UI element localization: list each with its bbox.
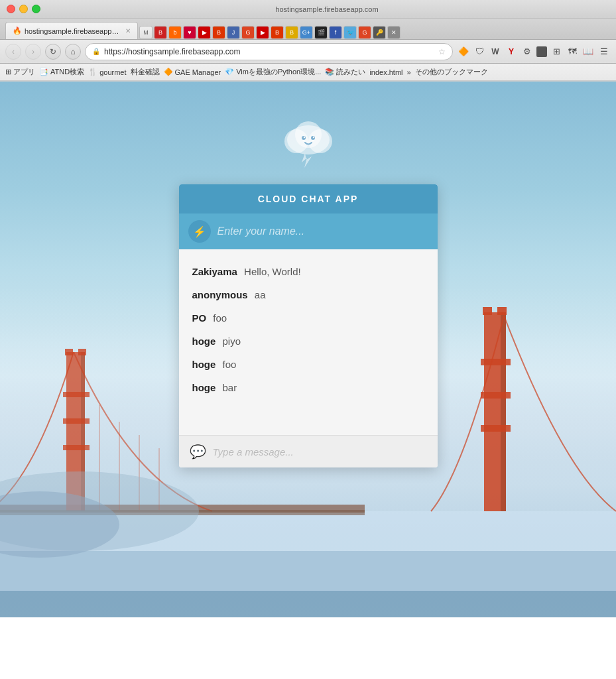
w-icon[interactable]: W: [489, 45, 502, 58]
tab-key[interactable]: 🔑: [373, 26, 386, 39]
others-label: その他のブックマーク: [415, 67, 488, 77]
bookmark-payment[interactable]: 料金確認: [131, 67, 160, 77]
message-sender: PO: [192, 312, 207, 324]
nav-right-icons: 🔶 🛡 W Y ⚙ ⊞ 🗺 📖 ☰: [457, 45, 611, 58]
tab-g[interactable]: G: [241, 26, 255, 39]
svg-rect-11: [501, 312, 506, 511]
message-sender: Zakiyama: [192, 266, 237, 277]
title-bar: hostingsample.firebaseapp.com: [0, 0, 616, 19]
bookmark-read[interactable]: 📚 読みたい: [325, 67, 365, 77]
app-title: CLOUD CHAT APP: [258, 194, 359, 204]
tab-g2[interactable]: G+: [300, 26, 313, 39]
atnd-icon: 📑: [39, 68, 48, 76]
back-button[interactable]: ‹: [5, 44, 21, 60]
svg-rect-5: [63, 392, 90, 397]
tab-b2[interactable]: b: [168, 26, 182, 39]
maximize-button[interactable]: [32, 5, 40, 13]
tab-title: hostingsample.firebaseapp.com: [25, 27, 120, 35]
svg-rect-15: [483, 307, 492, 315]
atnd-label: ATND検索: [50, 67, 84, 77]
message-text: bar: [223, 382, 237, 393]
bookmark-icon[interactable]: 📖: [582, 45, 595, 58]
tab-b5[interactable]: B: [285, 26, 298, 39]
tab-g3[interactable]: G: [358, 26, 371, 39]
message-input[interactable]: [213, 446, 427, 458]
shield-icon[interactable]: 🛡: [473, 45, 486, 58]
bookmark-index[interactable]: index.html: [369, 68, 402, 76]
star-icon[interactable]: ☆: [438, 47, 446, 56]
message-sender: hoge: [192, 382, 216, 393]
tab-tw[interactable]: 🐦: [343, 26, 357, 39]
bookmark-others[interactable]: その他のブックマーク: [415, 67, 488, 77]
tab-yt2[interactable]: ▶: [256, 26, 269, 39]
grid-icon[interactable]: ⊞: [550, 45, 563, 58]
nav-bar: ‹ › ↻ ⌂ 🔒 https://hostingsample.firebase…: [0, 40, 616, 64]
gae-icon: 🔶: [164, 68, 173, 76]
refresh-button[interactable]: ↻: [45, 44, 61, 60]
tab-x[interactable]: ✕: [387, 26, 400, 39]
list-item: PO foo: [192, 306, 424, 330]
tab-b3[interactable]: B: [212, 26, 225, 39]
bookmarks-bar: ⊞ アプリ 📑 ATND検索 🍴 gourmet 料金確認 🔶 GAE Mana…: [0, 64, 616, 81]
bookmark-vim[interactable]: 💎 Vimを最強のPython環境...: [225, 67, 321, 77]
tab-bar: 🔥 hostingsample.firebaseapp.com ✕ M B b …: [0, 19, 616, 40]
tab-gmail[interactable]: M: [139, 26, 153, 39]
list-item: hoge foo: [192, 353, 424, 376]
tab-close-icon[interactable]: ✕: [125, 27, 131, 34]
url-text: https://hostingsample.firebaseapp.com: [104, 47, 240, 56]
tab-film[interactable]: 🎬: [314, 26, 328, 39]
bookmark-more[interactable]: »: [407, 68, 411, 76]
tab-yt[interactable]: ▶: [198, 26, 211, 39]
lightning-button[interactable]: ⚡: [188, 220, 211, 243]
chat-bubble-icon: 💬: [190, 444, 206, 460]
dark-icon[interactable]: [536, 46, 547, 57]
tab-fb[interactable]: f: [329, 26, 342, 39]
menu-icon[interactable]: ☰: [597, 45, 611, 58]
svg-point-28: [302, 136, 306, 140]
svg-point-31: [312, 137, 314, 138]
gourmet-label: gourmet: [99, 68, 126, 76]
extensions-button[interactable]: 🔶: [457, 45, 470, 58]
forward-button[interactable]: ›: [25, 44, 41, 60]
svg-rect-12: [481, 359, 511, 365]
svg-rect-8: [65, 349, 73, 355]
message-text: piyo: [223, 336, 241, 347]
vim-icon: 💎: [225, 68, 234, 76]
tab-heart[interactable]: ♥: [183, 26, 196, 39]
tab-j[interactable]: J: [227, 26, 240, 39]
svg-rect-14: [481, 425, 511, 432]
tab-b4[interactable]: B: [271, 26, 284, 39]
close-button[interactable]: [7, 5, 15, 13]
message-sender: hoge: [192, 336, 216, 347]
bookmark-gae[interactable]: 🔶 GAE Manager: [164, 68, 221, 76]
chat-card: CLOUD CHAT APP ⚡ Zakiyama Hello, World! …: [179, 184, 438, 467]
home-button[interactable]: ⌂: [65, 44, 81, 60]
tab-favicon: 🔥: [13, 27, 22, 36]
index-label: index.html: [369, 68, 402, 76]
chat-header: CLOUD CHAT APP: [179, 184, 438, 214]
map-icon[interactable]: 🗺: [566, 45, 579, 58]
gear-icon[interactable]: ⚙: [521, 45, 534, 58]
bookmark-apps[interactable]: ⊞ アプリ: [5, 67, 35, 77]
message-text: aa: [255, 289, 266, 300]
name-input[interactable]: [217, 225, 428, 237]
message-sender: anonymous: [192, 289, 248, 300]
list-item: hoge bar: [192, 376, 424, 399]
name-input-bar: ⚡: [179, 214, 438, 249]
address-bar[interactable]: 🔒 https://hostingsample.firebaseapp.com …: [85, 43, 453, 60]
svg-rect-6: [63, 418, 90, 424]
tab-b1[interactable]: B: [154, 26, 167, 39]
active-tab[interactable]: 🔥 hostingsample.firebaseapp.com ✕: [5, 22, 138, 39]
gourmet-icon: 🍴: [88, 68, 97, 76]
minimize-button[interactable]: [19, 5, 28, 13]
payment-label: 料金確認: [131, 67, 160, 77]
page-content: CLOUD CHAT APP ⚡ Zakiyama Hello, World! …: [0, 82, 616, 617]
cloud-mascot: [275, 115, 341, 174]
bookmark-gourmet[interactable]: 🍴 gourmet: [88, 68, 126, 76]
svg-rect-13: [481, 392, 511, 399]
y-icon[interactable]: Y: [505, 45, 518, 58]
message-input-bar: 💬: [179, 435, 438, 467]
bookmark-atnd[interactable]: 📑 ATND検索: [39, 67, 84, 77]
message-text: foo: [223, 359, 237, 370]
message-text: Hello, World!: [244, 266, 301, 277]
